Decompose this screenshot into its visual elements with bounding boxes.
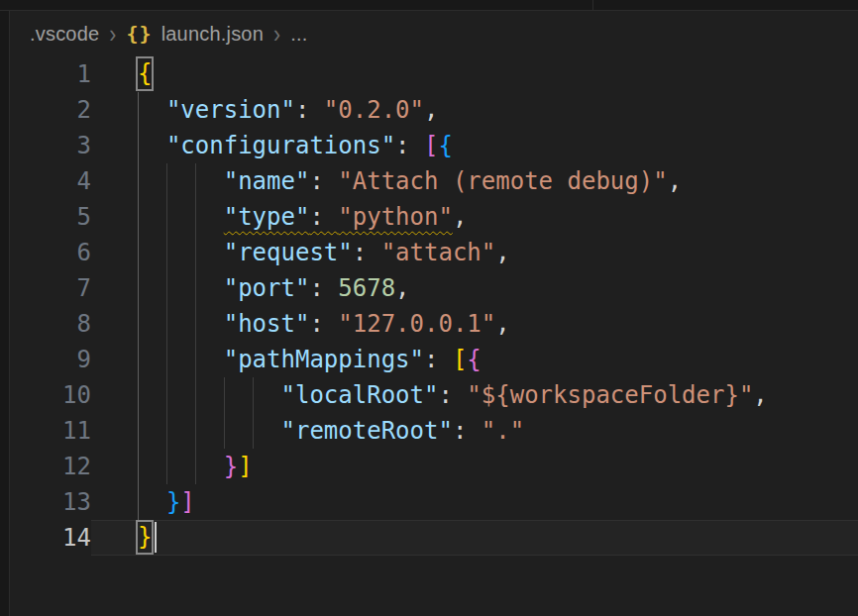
code-token: , <box>453 203 467 231</box>
code-line-content[interactable]: }] <box>91 449 858 484</box>
line-number[interactable]: 3 <box>10 128 91 163</box>
code-line[interactable]: 5"type": "python", <box>10 199 858 235</box>
breadcrumb-symbol-more[interactable]: ... <box>290 23 307 46</box>
code-token: , <box>495 239 509 266</box>
line-number[interactable]: 2 <box>10 92 91 128</box>
code-line[interactable]: 2"version": "0.2.0", <box>10 92 858 128</box>
code-token: : <box>309 167 338 195</box>
code-token: , <box>395 274 409 302</box>
code-line[interactable]: 13}] <box>10 484 858 520</box>
code-line[interactable]: 3"configurations": [{ <box>10 128 858 163</box>
line-number[interactable]: 6 <box>10 235 91 270</box>
code-token: [ <box>453 346 467 373</box>
code-line[interactable]: 10"localRoot": "${workspaceFolder}", <box>10 377 858 413</box>
code-token: , <box>753 381 767 409</box>
code-line-content[interactable]: "name": "Attach (remote debug)", <box>91 163 858 199</box>
breadcrumb-folder[interactable]: .vscode <box>30 23 99 46</box>
code-line-content[interactable]: "configurations": [{ <box>91 128 858 163</box>
code-line[interactable]: 9"pathMappings": [{ <box>10 342 858 377</box>
code-token: "localRoot" <box>280 381 438 409</box>
code-line-content[interactable]: }] <box>91 484 858 520</box>
code-token: : <box>309 203 338 231</box>
code-token: : <box>453 417 482 445</box>
code-token: "Attach (remote debug)" <box>338 167 667 195</box>
code-token: "remoteRoot" <box>280 417 452 445</box>
code-token: "type" <box>224 203 310 231</box>
code-line[interactable]: 14} <box>10 520 858 556</box>
code-token: "request" <box>224 239 353 266</box>
cursor-caret <box>155 522 157 553</box>
code-token: "configurations" <box>166 132 395 159</box>
code-token: : <box>309 310 338 338</box>
code-line[interactable]: 12}] <box>10 449 858 484</box>
line-number[interactable]: 10 <box>10 377 91 413</box>
code-token: { <box>438 132 452 159</box>
editor-pane[interactable]: .vscode › {} launch.json › ... 1{2"versi… <box>10 11 858 616</box>
line-number[interactable]: 14 <box>10 520 91 556</box>
code-token: } <box>224 453 238 480</box>
line-number[interactable]: 9 <box>10 342 91 377</box>
code-token: } <box>166 488 180 516</box>
tab-divider <box>592 0 593 10</box>
line-number[interactable]: 12 <box>10 449 91 484</box>
breadcrumb: .vscode › {} launch.json › ... <box>10 11 858 56</box>
code-token: "version" <box>166 96 295 124</box>
code-token: : <box>424 346 453 373</box>
code-line[interactable]: 7"port": 5678, <box>10 270 858 306</box>
code-line-content[interactable]: "type": "python", <box>91 199 858 235</box>
code-line[interactable]: 8"host": "127.0.0.1", <box>10 306 858 342</box>
line-number[interactable]: 4 <box>10 163 91 199</box>
code-token: "port" <box>224 274 310 302</box>
code-token: , <box>495 310 509 338</box>
code-line-content[interactable]: } <box>91 520 858 556</box>
code-token: , <box>668 167 682 195</box>
code-token: "pathMappings" <box>224 346 424 373</box>
indent-guides <box>138 163 224 199</box>
indent-guides <box>138 128 166 163</box>
tab-bar <box>0 0 858 11</box>
indent-guides <box>138 199 224 235</box>
code-token: ] <box>180 488 194 516</box>
code-line-content[interactable]: "port": 5678, <box>91 270 858 306</box>
code-line-content[interactable]: "pathMappings": [{ <box>91 342 858 377</box>
code-line-content[interactable]: "request": "attach", <box>91 235 858 270</box>
code-line[interactable]: 4"name": "Attach (remote debug)", <box>10 163 858 199</box>
code-token: ] <box>238 453 252 480</box>
code-token: 5678 <box>338 274 395 302</box>
code-area[interactable]: 1{2"version": "0.2.0",3"configurations":… <box>10 56 858 556</box>
code-token: "0.2.0" <box>324 96 424 124</box>
code-line[interactable]: 11"remoteRoot": "." <box>10 413 858 449</box>
indent-guides <box>138 377 280 413</box>
line-number[interactable]: 5 <box>10 199 91 235</box>
code-token: "host" <box>224 310 310 338</box>
code-token: "127.0.0.1" <box>338 310 495 338</box>
chevron-right-icon: › <box>272 19 281 49</box>
code-token: "name" <box>224 167 310 195</box>
code-token: : <box>438 381 467 409</box>
code-token: "attach" <box>381 239 496 266</box>
bracket-match: } <box>138 522 152 553</box>
code-token: , <box>424 96 438 124</box>
line-number[interactable]: 1 <box>10 56 91 92</box>
code-line[interactable]: 6"request": "attach", <box>10 235 858 270</box>
code-line-content[interactable]: "host": "127.0.0.1", <box>91 306 858 342</box>
code-line-content[interactable]: "remoteRoot": "." <box>91 413 858 449</box>
line-number[interactable]: 13 <box>10 484 91 520</box>
line-number[interactable]: 8 <box>10 306 91 342</box>
code-token: [ <box>424 132 438 159</box>
code-line-content[interactable]: "localRoot": "${workspaceFolder}", <box>91 377 858 413</box>
code-line-content[interactable]: "version": "0.2.0", <box>91 92 858 128</box>
indent-guides <box>138 413 280 449</box>
line-number[interactable]: 7 <box>10 270 91 306</box>
line-number[interactable]: 11 <box>10 413 91 449</box>
vscode-window: { "breadcrumb": { "folder": ".vscode", "… <box>0 0 858 616</box>
indent-guides <box>138 449 224 484</box>
indent-guides <box>138 342 224 377</box>
breadcrumb-file[interactable]: launch.json <box>161 23 264 46</box>
code-line[interactable]: 1{ <box>10 56 858 92</box>
indent-guides <box>138 484 166 520</box>
code-token: : <box>353 239 381 266</box>
code-line-content[interactable]: { <box>91 56 858 92</box>
code-token: : <box>309 274 338 302</box>
bracket-match: { <box>138 58 152 89</box>
